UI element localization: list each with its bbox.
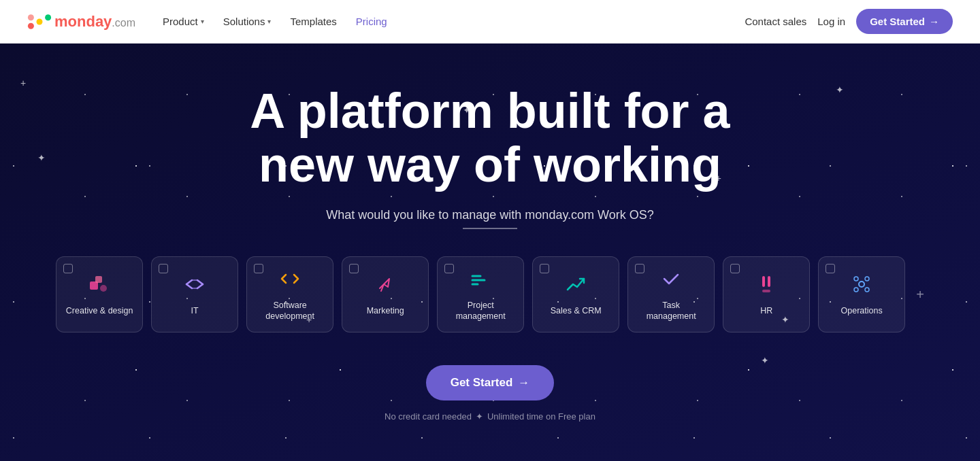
star-decoration: + (20, 78, 26, 88)
card-label-sales: Sales & CRM (551, 305, 602, 316)
arrow-right-icon: → (929, 16, 939, 27)
category-card-project[interactable]: Projectmanagement (437, 256, 524, 332)
dot-divider: ✦ (476, 411, 483, 422)
hero-subtitle: What would you like to manage with monda… (326, 208, 654, 222)
login-link[interactable]: Log in (817, 16, 845, 27)
card-label-creative: Creative & design (66, 305, 133, 316)
category-card-operations[interactable]: Operations (818, 256, 905, 332)
sales-icon (565, 273, 587, 298)
svg-point-23 (854, 288, 858, 292)
card-label-task: Taskmanagement (647, 300, 696, 322)
nav-item-solutions[interactable]: Solutions ▾ (215, 10, 280, 33)
marketing-icon (374, 273, 396, 298)
card-label-project: Projectmanagement (456, 300, 506, 322)
svg-line-9 (197, 280, 203, 284)
nav-links: Product ▾ Solutions ▾ Templates Pricing (154, 10, 395, 33)
svg-point-3 (28, 14, 34, 20)
contact-sales-link[interactable]: Contact sales (745, 16, 806, 27)
svg-point-20 (859, 281, 864, 287)
task-icon (660, 268, 682, 293)
subtitle-underline (463, 228, 517, 229)
star-decoration: ✦ (836, 84, 844, 95)
operations-icon (851, 273, 872, 298)
arrow-right-icon: → (518, 376, 529, 390)
hero-title: A platform built for a new way of workin… (250, 84, 730, 192)
card-checkbox (159, 264, 168, 273)
category-card-it[interactable]: IT (151, 256, 238, 332)
creative-icon (88, 273, 110, 298)
star-decoration: ✦ (37, 152, 46, 163)
category-card-sales[interactable]: Sales & CRM (532, 256, 619, 332)
category-card-hr[interactable]: HR (723, 256, 810, 332)
svg-point-6 (100, 285, 107, 292)
more-categories-plus[interactable]: + (916, 287, 924, 303)
svg-point-24 (865, 288, 869, 292)
card-label-operations: Operations (841, 305, 883, 316)
category-card-task[interactable]: Taskmanagement (627, 256, 715, 332)
no-credit-note: No credit card needed ✦ Unlimited time o… (385, 411, 595, 422)
card-label-it: IT (191, 305, 199, 316)
nav-item-product[interactable]: Product ▾ (154, 10, 212, 33)
svg-rect-19 (762, 290, 770, 292)
star-decoration: ✦ (761, 355, 769, 366)
card-checkbox (730, 264, 740, 273)
svg-line-8 (186, 284, 192, 288)
chevron-down-icon: ▾ (267, 18, 271, 25)
nav-left: monday.com Product ▾ Solutions ▾ Templat… (27, 10, 395, 33)
nav-right: Contact sales Log in Get Started → (745, 9, 953, 34)
logo-text: monday.com (54, 13, 135, 31)
category-card-creative[interactable]: Creative & design (56, 256, 143, 332)
svg-point-21 (854, 277, 858, 281)
get-started-hero-button[interactable]: Get Started → (426, 365, 555, 400)
hero-section: + ✦ ✦ ✦ + ✦ ✦ + A platform built for a n… (0, 44, 980, 461)
card-checkbox (349, 264, 359, 273)
card-label-hr: HR (760, 305, 772, 316)
software-icon (279, 268, 301, 293)
svg-rect-18 (768, 276, 770, 287)
nav-item-templates[interactable]: Templates (282, 10, 344, 33)
svg-point-22 (865, 277, 869, 281)
project-icon (470, 268, 491, 293)
svg-rect-5 (95, 276, 102, 283)
it-icon (184, 273, 206, 298)
card-checkbox (826, 264, 835, 273)
nav-item-pricing[interactable]: Pricing (348, 10, 395, 33)
logo[interactable]: monday.com (27, 13, 135, 31)
chevron-down-icon: ▾ (201, 18, 204, 25)
card-checkbox (444, 264, 454, 273)
card-label-marketing: Marketing (367, 305, 404, 316)
svg-point-2 (45, 14, 51, 20)
get-started-nav-button[interactable]: Get Started → (856, 9, 953, 34)
category-cards-row: Creative & design IT (56, 256, 924, 332)
card-checkbox (635, 264, 644, 273)
category-card-software[interactable]: Softwaredevelopment (246, 256, 333, 332)
card-checkbox (540, 264, 549, 273)
svg-line-10 (197, 284, 203, 288)
svg-point-0 (28, 22, 34, 29)
navbar: monday.com Product ▾ Solutions ▾ Templat… (0, 0, 980, 44)
category-card-marketing[interactable]: Marketing (342, 256, 429, 332)
svg-line-7 (186, 280, 192, 284)
card-checkbox (63, 264, 73, 273)
svg-point-1 (37, 18, 43, 24)
card-label-software: Softwaredevelopment (265, 300, 314, 322)
hr-icon (755, 273, 777, 298)
card-checkbox (254, 264, 263, 273)
svg-rect-17 (762, 276, 765, 287)
